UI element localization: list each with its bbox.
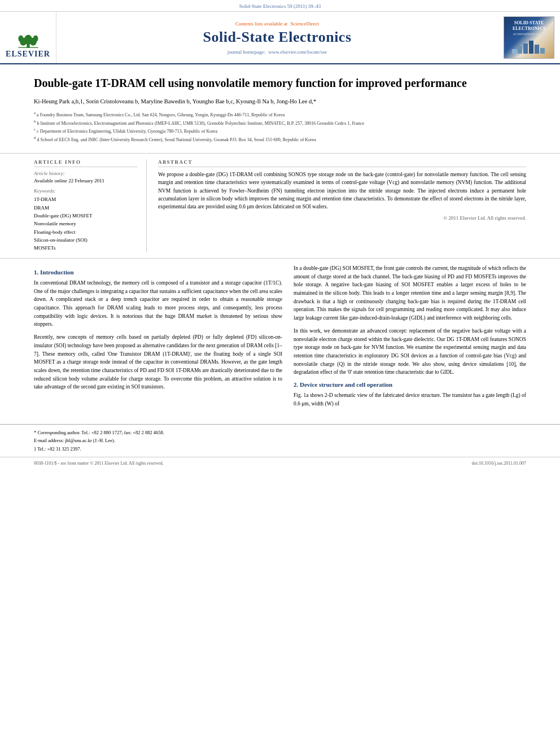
header-right: SOLID-STATE ELECTRONICS an international… xyxy=(498,12,560,63)
cover-title: SOLID-STATE ELECTRONICS xyxy=(506,20,552,31)
elsevier-tree-icon xyxy=(14,29,42,49)
affiliation-d: d d School of EECS Eng. and ISRC (Inter-… xyxy=(34,136,526,143)
svg-rect-10 xyxy=(523,43,528,54)
science-direct-line: Contents lists available at ScienceDirec… xyxy=(235,21,319,27)
article-title: Double-gate 1T-DRAM cell using nonvolati… xyxy=(34,76,526,90)
svg-rect-13 xyxy=(540,48,545,54)
svg-rect-9 xyxy=(518,46,522,54)
affiliation-c: c c Department of Electronics Engineerin… xyxy=(34,127,526,134)
intro-para4: In this work, we demonstrate an advanced… xyxy=(294,327,526,377)
body-left-column: 1. Introduction In conventional DRAM tec… xyxy=(34,264,282,413)
affiliation-a: a a Foundry Business Team, Samsung Elect… xyxy=(34,111,526,118)
keyword-4: Nonvolatile memory xyxy=(34,220,138,228)
device-heading: 2. Device structure and cell operation xyxy=(294,381,526,388)
body-right-column: In a double-gate (DG) SOI MOSFET, the fr… xyxy=(294,264,526,413)
cover-subtitle: an international journal xyxy=(513,32,545,36)
elsevier-wordmark: ELSEVIER xyxy=(6,50,50,59)
article-title-area: Double-gate 1T-DRAM cell using nonvolati… xyxy=(0,64,560,154)
intro-para3: In a double-gate (DG) SOI MOSFET, the fr… xyxy=(294,264,526,322)
svg-rect-12 xyxy=(535,45,539,54)
footnote-corresponding: * Corresponding author. Tel.: +82 2 880 … xyxy=(34,429,526,436)
intro-para1: In conventional DRAM technology, the mem… xyxy=(34,279,282,329)
authors-text: Ki-Heung Park a,b,1, Sorin Cristoloveanu… xyxy=(34,98,316,104)
svg-rect-8 xyxy=(512,49,517,54)
header-left: ELSEVIER xyxy=(0,12,56,63)
journal-homepage-line: journal homepage: www.elsevier.com/locat… xyxy=(228,49,327,55)
authors-line: Ki-Heung Park a,b,1, Sorin Cristoloveanu… xyxy=(34,97,526,106)
affiliation-b: b b Institute of Microelectronics, Elect… xyxy=(34,119,526,126)
copyright-line: © 2011 Elsevier Ltd. All rights reserved… xyxy=(158,215,526,221)
elsevier-logo: ELSEVIER xyxy=(6,29,50,59)
abstract-header: ABSTRACT xyxy=(158,159,526,167)
svg-point-4 xyxy=(18,35,23,42)
body-content: 1. Introduction In conventional DRAM tec… xyxy=(0,259,560,418)
keyword-1: 1T-DRAM xyxy=(34,195,138,203)
contents-label: Contents lists available at xyxy=(235,21,287,27)
abstract-column: ABSTRACT We propose a double-gate (DG) 1… xyxy=(158,159,526,252)
journal-cover-image: SOLID-STATE ELECTRONICS an international… xyxy=(504,16,554,59)
footnote-email: E-mail address: jhl@snu.ac.kr (J.-H. Lee… xyxy=(34,437,526,444)
top-bar: Solid-State Electronics 59 (2011) 39–43 xyxy=(0,0,560,12)
intro-para2: Recently, new concepts of memory cells b… xyxy=(34,333,282,391)
info-abstract-section: ARTICLE INFO Article history: Available … xyxy=(0,154,560,259)
keyword-6: Silicon-on-insulator (SOI) xyxy=(34,236,138,244)
footnotes-area: * Corresponding author. Tel.: +82 2 880 … xyxy=(0,424,560,457)
journal-title: Solid-State Electronics xyxy=(203,29,351,46)
footer-doi: doi:10.1016/j.sse.2011.01.007 xyxy=(472,461,526,466)
article-history-label: Article history: xyxy=(34,171,138,176)
footnote-tel: 1 Tel.: +82 31 325 2397. xyxy=(34,445,526,453)
keyword-7: MOSFETs xyxy=(34,244,138,252)
svg-point-5 xyxy=(33,35,38,42)
header-area: ELSEVIER Contents lists available at Sci… xyxy=(0,12,560,64)
article-info-column: ARTICLE INFO Article history: Available … xyxy=(34,159,147,252)
keywords-list: 1T-DRAM DRAM Double-gate (DG) MOSFET Non… xyxy=(34,195,138,252)
abstract-text: We propose a double-gate (DG) 1T-DRAM ce… xyxy=(158,171,526,211)
available-online-value: Available online 22 February 2011 xyxy=(34,178,138,184)
keyword-2: DRAM xyxy=(34,204,138,212)
journal-reference: Solid-State Electronics 59 (2011) 39–43 xyxy=(239,3,321,9)
keyword-5: Floating-body effect xyxy=(34,228,138,236)
keywords-label: Keywords: xyxy=(34,188,138,194)
affiliations-block: a a Foundry Business Team, Samsung Elect… xyxy=(34,111,526,143)
device-para1: Fig. 1a shows 2-D schematic view of the … xyxy=(294,391,526,408)
homepage-label: journal homepage: xyxy=(228,49,265,55)
cover-chart-icon xyxy=(509,38,549,55)
science-direct-name[interactable]: ScienceDirect xyxy=(291,21,319,27)
intro-heading: 1. Introduction xyxy=(34,269,282,276)
article-info-header: ARTICLE INFO xyxy=(34,159,138,167)
homepage-url[interactable]: www.elsevier.com/locate/sse xyxy=(268,49,327,55)
footer-bar: 0038-1101/$ - see front matter © 2011 El… xyxy=(0,457,560,469)
page-container: Solid-State Electronics 59 (2011) 39–43 … xyxy=(0,0,560,747)
footer-issn: 0038-1101/$ - see front matter © 2011 El… xyxy=(34,461,164,466)
svg-rect-11 xyxy=(529,41,533,54)
header-center: Contents lists available at ScienceDirec… xyxy=(56,12,498,63)
keyword-3: Double-gate (DG) MOSFET xyxy=(34,212,138,220)
